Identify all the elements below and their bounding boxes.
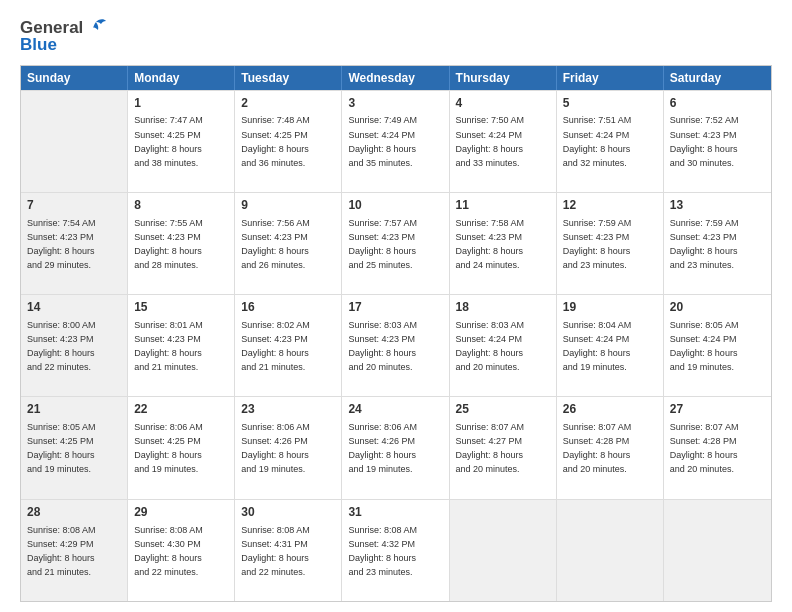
day-number: 29 — [134, 504, 228, 521]
calendar-cell: 3Sunrise: 7:49 AM Sunset: 4:24 PM Daylig… — [342, 91, 449, 192]
day-header-tuesday: Tuesday — [235, 66, 342, 90]
day-number: 26 — [563, 401, 657, 418]
day-info: Sunrise: 8:07 AM Sunset: 4:28 PM Dayligh… — [563, 422, 632, 474]
day-header-wednesday: Wednesday — [342, 66, 449, 90]
day-info: Sunrise: 7:48 AM Sunset: 4:25 PM Dayligh… — [241, 115, 310, 167]
day-info: Sunrise: 8:06 AM Sunset: 4:26 PM Dayligh… — [241, 422, 310, 474]
calendar-cell: 22Sunrise: 8:06 AM Sunset: 4:25 PM Dayli… — [128, 397, 235, 498]
day-number: 13 — [670, 197, 765, 214]
day-number: 25 — [456, 401, 550, 418]
day-number: 20 — [670, 299, 765, 316]
day-header-thursday: Thursday — [450, 66, 557, 90]
day-info: Sunrise: 8:00 AM Sunset: 4:23 PM Dayligh… — [27, 320, 96, 372]
day-info: Sunrise: 8:07 AM Sunset: 4:28 PM Dayligh… — [670, 422, 739, 474]
day-number: 19 — [563, 299, 657, 316]
day-info: Sunrise: 8:05 AM Sunset: 4:24 PM Dayligh… — [670, 320, 739, 372]
calendar-cell: 12Sunrise: 7:59 AM Sunset: 4:23 PM Dayli… — [557, 193, 664, 294]
day-number: 31 — [348, 504, 442, 521]
day-number: 27 — [670, 401, 765, 418]
day-number: 7 — [27, 197, 121, 214]
day-info: Sunrise: 7:55 AM Sunset: 4:23 PM Dayligh… — [134, 218, 203, 270]
calendar-cell: 8Sunrise: 7:55 AM Sunset: 4:23 PM Daylig… — [128, 193, 235, 294]
day-number: 28 — [27, 504, 121, 521]
calendar: SundayMondayTuesdayWednesdayThursdayFrid… — [20, 65, 772, 602]
day-info: Sunrise: 7:59 AM Sunset: 4:23 PM Dayligh… — [563, 218, 632, 270]
logo: General Blue — [20, 18, 107, 55]
day-info: Sunrise: 7:47 AM Sunset: 4:25 PM Dayligh… — [134, 115, 203, 167]
day-number: 24 — [348, 401, 442, 418]
calendar-cell: 10Sunrise: 7:57 AM Sunset: 4:23 PM Dayli… — [342, 193, 449, 294]
day-number: 11 — [456, 197, 550, 214]
calendar-week-3: 14Sunrise: 8:00 AM Sunset: 4:23 PM Dayli… — [21, 294, 771, 396]
day-info: Sunrise: 8:03 AM Sunset: 4:23 PM Dayligh… — [348, 320, 417, 372]
logo-bird-icon — [85, 18, 107, 38]
day-info: Sunrise: 8:05 AM Sunset: 4:25 PM Dayligh… — [27, 422, 96, 474]
calendar-cell: 15Sunrise: 8:01 AM Sunset: 4:23 PM Dayli… — [128, 295, 235, 396]
calendar-cell: 30Sunrise: 8:08 AM Sunset: 4:31 PM Dayli… — [235, 500, 342, 601]
calendar-cell: 21Sunrise: 8:05 AM Sunset: 4:25 PM Dayli… — [21, 397, 128, 498]
day-info: Sunrise: 7:57 AM Sunset: 4:23 PM Dayligh… — [348, 218, 417, 270]
day-info: Sunrise: 7:59 AM Sunset: 4:23 PM Dayligh… — [670, 218, 739, 270]
day-number: 1 — [134, 95, 228, 112]
calendar-cell: 24Sunrise: 8:06 AM Sunset: 4:26 PM Dayli… — [342, 397, 449, 498]
calendar-cell: 16Sunrise: 8:02 AM Sunset: 4:23 PM Dayli… — [235, 295, 342, 396]
day-info: Sunrise: 8:02 AM Sunset: 4:23 PM Dayligh… — [241, 320, 310, 372]
calendar-cell: 9Sunrise: 7:56 AM Sunset: 4:23 PM Daylig… — [235, 193, 342, 294]
calendar-cell — [664, 500, 771, 601]
day-header-friday: Friday — [557, 66, 664, 90]
day-number: 2 — [241, 95, 335, 112]
day-header-sunday: Sunday — [21, 66, 128, 90]
day-info: Sunrise: 7:51 AM Sunset: 4:24 PM Dayligh… — [563, 115, 632, 167]
calendar-cell: 14Sunrise: 8:00 AM Sunset: 4:23 PM Dayli… — [21, 295, 128, 396]
calendar-cell: 31Sunrise: 8:08 AM Sunset: 4:32 PM Dayli… — [342, 500, 449, 601]
calendar-cell: 11Sunrise: 7:58 AM Sunset: 4:23 PM Dayli… — [450, 193, 557, 294]
day-number: 9 — [241, 197, 335, 214]
day-number: 21 — [27, 401, 121, 418]
day-number: 14 — [27, 299, 121, 316]
calendar-week-4: 21Sunrise: 8:05 AM Sunset: 4:25 PM Dayli… — [21, 396, 771, 498]
calendar-cell — [21, 91, 128, 192]
calendar-cell: 1Sunrise: 7:47 AM Sunset: 4:25 PM Daylig… — [128, 91, 235, 192]
calendar-cell: 20Sunrise: 8:05 AM Sunset: 4:24 PM Dayli… — [664, 295, 771, 396]
calendar-cell: 5Sunrise: 7:51 AM Sunset: 4:24 PM Daylig… — [557, 91, 664, 192]
day-info: Sunrise: 8:08 AM Sunset: 4:30 PM Dayligh… — [134, 525, 203, 577]
day-info: Sunrise: 8:06 AM Sunset: 4:25 PM Dayligh… — [134, 422, 203, 474]
calendar-week-2: 7Sunrise: 7:54 AM Sunset: 4:23 PM Daylig… — [21, 192, 771, 294]
logo-blue-text: Blue — [20, 36, 107, 55]
day-number: 10 — [348, 197, 442, 214]
calendar-cell: 2Sunrise: 7:48 AM Sunset: 4:25 PM Daylig… — [235, 91, 342, 192]
calendar-cell: 7Sunrise: 7:54 AM Sunset: 4:23 PM Daylig… — [21, 193, 128, 294]
header: General Blue — [20, 18, 772, 55]
calendar-week-1: 1Sunrise: 7:47 AM Sunset: 4:25 PM Daylig… — [21, 90, 771, 192]
page: General Blue SundayMondayTuesdayWednesda… — [0, 0, 792, 612]
calendar-cell: 17Sunrise: 8:03 AM Sunset: 4:23 PM Dayli… — [342, 295, 449, 396]
calendar-cell: 29Sunrise: 8:08 AM Sunset: 4:30 PM Dayli… — [128, 500, 235, 601]
calendar-cell: 25Sunrise: 8:07 AM Sunset: 4:27 PM Dayli… — [450, 397, 557, 498]
day-info: Sunrise: 8:06 AM Sunset: 4:26 PM Dayligh… — [348, 422, 417, 474]
day-info: Sunrise: 7:54 AM Sunset: 4:23 PM Dayligh… — [27, 218, 96, 270]
day-number: 17 — [348, 299, 442, 316]
calendar-week-5: 28Sunrise: 8:08 AM Sunset: 4:29 PM Dayli… — [21, 499, 771, 601]
day-info: Sunrise: 8:01 AM Sunset: 4:23 PM Dayligh… — [134, 320, 203, 372]
calendar-cell: 27Sunrise: 8:07 AM Sunset: 4:28 PM Dayli… — [664, 397, 771, 498]
day-header-saturday: Saturday — [664, 66, 771, 90]
calendar-cell: 4Sunrise: 7:50 AM Sunset: 4:24 PM Daylig… — [450, 91, 557, 192]
day-info: Sunrise: 8:08 AM Sunset: 4:29 PM Dayligh… — [27, 525, 96, 577]
calendar-cell — [450, 500, 557, 601]
calendar-cell — [557, 500, 664, 601]
day-info: Sunrise: 7:52 AM Sunset: 4:23 PM Dayligh… — [670, 115, 739, 167]
day-info: Sunrise: 8:08 AM Sunset: 4:32 PM Dayligh… — [348, 525, 417, 577]
calendar-cell: 18Sunrise: 8:03 AM Sunset: 4:24 PM Dayli… — [450, 295, 557, 396]
calendar-cell: 23Sunrise: 8:06 AM Sunset: 4:26 PM Dayli… — [235, 397, 342, 498]
day-header-monday: Monday — [128, 66, 235, 90]
day-number: 18 — [456, 299, 550, 316]
day-number: 23 — [241, 401, 335, 418]
day-number: 15 — [134, 299, 228, 316]
day-info: Sunrise: 7:58 AM Sunset: 4:23 PM Dayligh… — [456, 218, 525, 270]
day-info: Sunrise: 8:07 AM Sunset: 4:27 PM Dayligh… — [456, 422, 525, 474]
calendar-cell: 26Sunrise: 8:07 AM Sunset: 4:28 PM Dayli… — [557, 397, 664, 498]
day-number: 4 — [456, 95, 550, 112]
calendar-cell: 13Sunrise: 7:59 AM Sunset: 4:23 PM Dayli… — [664, 193, 771, 294]
day-number: 6 — [670, 95, 765, 112]
calendar-cell: 19Sunrise: 8:04 AM Sunset: 4:24 PM Dayli… — [557, 295, 664, 396]
